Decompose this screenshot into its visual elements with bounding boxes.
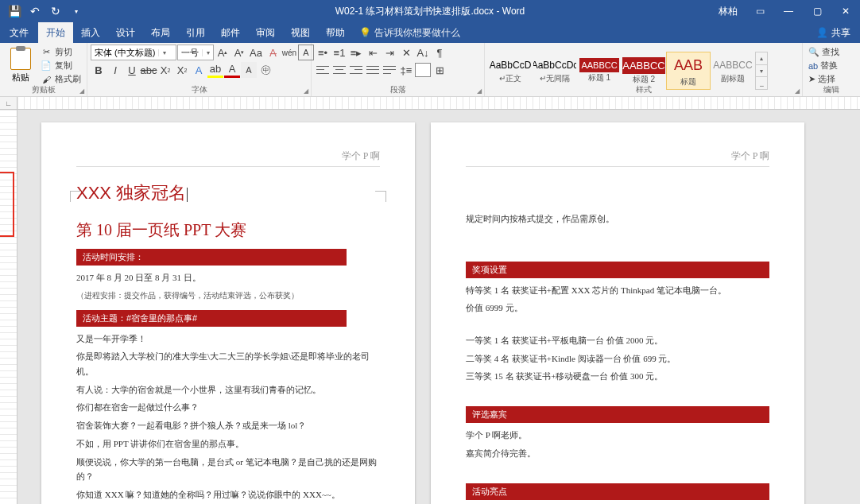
share-button[interactable]: 👤共享 xyxy=(807,22,860,43)
body-text[interactable]: 不如，用 PPT 讲讲你们在宿舍里的那点事。 xyxy=(76,436,380,452)
enclose-char-button[interactable]: ㊥ xyxy=(258,62,273,78)
tell-me-search[interactable]: 💡告诉我你想要做什么 xyxy=(359,26,460,40)
body-text[interactable]: 规定时间内按格式提交，作品需原创。 xyxy=(466,211,769,227)
tab-mailings[interactable]: 邮件 xyxy=(213,22,248,43)
section-bar[interactable]: 活动亮点 xyxy=(466,483,769,500)
copy-button[interactable]: 📄复制 xyxy=(38,59,83,72)
char-shading-button[interactable]: A xyxy=(241,62,257,78)
align-left-button[interactable] xyxy=(315,62,331,78)
user-name[interactable]: 林柏 xyxy=(719,5,738,18)
styles-dialog-launcher[interactable]: ◢ xyxy=(795,87,800,95)
share-icon: 👤 xyxy=(816,27,828,38)
strike-button[interactable]: abc xyxy=(141,62,157,78)
shrink-font-button[interactable]: A▾ xyxy=(231,45,247,60)
paragraph-dialog-launcher[interactable]: ◢ xyxy=(477,87,482,95)
sort-button[interactable]: A↓ xyxy=(415,45,431,60)
underline-button[interactable]: U xyxy=(124,62,140,78)
body-text[interactable]: 嘉宾简介待完善。 xyxy=(466,446,769,461)
align-justify-button[interactable] xyxy=(365,62,381,78)
font-color-button[interactable]: A xyxy=(224,62,240,78)
tab-view[interactable]: 视图 xyxy=(283,22,318,43)
ribbon-options-icon[interactable]: ▭ xyxy=(746,0,774,22)
body-text[interactable]: 三等奖 15 名 获奖证书+移动硬盘一台 价值 300 元。 xyxy=(466,369,769,384)
body-text[interactable]: 学个 P 啊老师。 xyxy=(466,428,769,443)
change-case-button[interactable]: Aa xyxy=(248,45,264,60)
tab-help[interactable]: 帮助 xyxy=(318,22,353,43)
body-text[interactable]: 特等奖 1 名 获奖证书+配置 XXX 芯片的 Thinkpad 笔记本电脑一台… xyxy=(466,283,769,298)
paste-button[interactable]: 粘贴 xyxy=(3,44,38,87)
decrease-indent-button[interactable]: ⇤ xyxy=(365,45,381,60)
grow-font-button[interactable]: A▴ xyxy=(215,45,230,60)
page-header: 学个 P 啊 xyxy=(466,149,769,167)
body-text[interactable]: （进程安排：提交作品，获得编号，活动结束评选，公布获奖） xyxy=(76,289,380,302)
close-button[interactable]: ✕ xyxy=(831,0,860,22)
document-title: W02-1 练习材料策划书快速排版.docx - Word xyxy=(335,5,525,18)
line-spacing-button[interactable]: ‡≡ xyxy=(398,62,414,78)
tab-home[interactable]: 开始 xyxy=(38,22,73,43)
group-label-clipboard: 剪贴板 xyxy=(0,84,87,95)
phonetic-guide-button[interactable]: wén xyxy=(281,45,297,60)
multilevel-button[interactable]: ≡▸ xyxy=(348,45,364,60)
body-text[interactable]: 宿舍装饰大赛？一起看电影？拼个狼人杀？或是来一场 lol？ xyxy=(76,418,380,433)
doc-title-1[interactable]: XXX 独家冠名 xyxy=(76,181,380,205)
font-size-combo[interactable]: 一号▾ xyxy=(177,45,214,60)
subscript-button[interactable]: X2 xyxy=(157,62,173,78)
body-text[interactable]: 你是即将踏入大学校门的准大学生\大二大三的学长学姐\还是即将毕业的老司机。 xyxy=(76,349,380,378)
horizontal-ruler[interactable]: ∟ xyxy=(0,97,860,110)
doc-title-2[interactable]: 第 10 届一页纸 PPT 大赛 xyxy=(76,219,380,241)
text-effects-button[interactable]: A xyxy=(191,62,207,78)
body-text[interactable]: 2017 年 8 月 20 日至 8 月 31 日。 xyxy=(76,270,380,285)
cut-button[interactable]: ✂剪切 xyxy=(38,45,83,59)
section-bar[interactable]: 评选嘉宾 xyxy=(466,406,769,423)
body-text[interactable]: 顺便说说，你大学的第一台电脑，是台式 or 笔记本电脑？是自己挑的还是网购的？ xyxy=(76,455,380,484)
clipboard-dialog-launcher[interactable]: ◢ xyxy=(79,87,84,95)
tab-selector[interactable]: ∟ xyxy=(0,97,17,110)
scissors-icon: ✂ xyxy=(41,47,52,58)
font-family-combo[interactable]: 宋体 (中文标题)▾ xyxy=(91,45,176,60)
align-center-button[interactable] xyxy=(331,62,347,78)
section-bar[interactable]: 活动主题：#宿舍里的那点事# xyxy=(76,310,347,327)
body-text[interactable]: 有人说：大学的宿舍就是一个小世界，这里有我们青春的记忆。 xyxy=(76,382,380,397)
tab-review[interactable]: 审阅 xyxy=(248,22,283,43)
tab-references[interactable]: 引用 xyxy=(178,22,213,43)
section-bar[interactable]: 活动时间安排： xyxy=(76,249,347,266)
qat-customize[interactable]: ▾ xyxy=(67,2,86,21)
minimize-button[interactable]: — xyxy=(774,0,803,22)
group-label-paragraph: 段落 xyxy=(312,84,484,95)
tab-layout[interactable]: 布局 xyxy=(143,22,178,43)
body-text[interactable]: 又是一年开学季！ xyxy=(76,331,380,347)
font-dialog-launcher[interactable]: ◢ xyxy=(304,87,308,95)
body-text[interactable]: 你知道 XXX 嘛？知道她的全称吗？用过嘛？说说你眼中的 XXX~~。 xyxy=(76,487,380,502)
align-right-button[interactable] xyxy=(348,62,364,78)
body-text[interactable]: 一等奖 1 名 获奖证书+平板电脑一台 价值 2000 元。 xyxy=(466,333,769,348)
body-text[interactable]: 你们都在宿舍一起做过什么事？ xyxy=(76,400,380,415)
replace-button[interactable]: ab替换 xyxy=(806,59,840,72)
vertical-ruler[interactable] xyxy=(0,110,17,504)
search-icon: 🔍 xyxy=(808,47,819,57)
align-distribute-button[interactable] xyxy=(382,62,397,78)
maximize-button[interactable]: ▢ xyxy=(803,0,831,22)
borders-button[interactable]: ⊞ xyxy=(432,62,447,78)
undo-button[interactable]: ↶ xyxy=(25,2,45,21)
bold-button[interactable]: B xyxy=(91,62,107,78)
asian-layout-button[interactable]: ✕ xyxy=(398,45,414,60)
show-marks-button[interactable]: ¶ xyxy=(432,45,447,60)
document-canvas[interactable]: 学个 P 啊 XXX 独家冠名 第 10 届一页纸 PPT 大赛 活动时间安排：… xyxy=(17,110,860,504)
bullets-button[interactable]: ≡• xyxy=(315,45,331,60)
body-text[interactable]: 价值 6999 元。 xyxy=(466,300,769,316)
save-button[interactable]: 💾 xyxy=(5,2,24,21)
tab-design[interactable]: 设计 xyxy=(108,22,143,43)
numbering-button[interactable]: ≡1 xyxy=(331,45,347,60)
shading-button[interactable] xyxy=(415,62,431,78)
superscript-button[interactable]: X2 xyxy=(174,62,190,78)
section-bar[interactable]: 奖项设置 xyxy=(466,262,769,278)
italic-button[interactable]: I xyxy=(107,62,123,78)
clear-format-button[interactable]: A̶ xyxy=(265,45,281,60)
find-button[interactable]: 🔍查找 xyxy=(806,45,842,59)
body-text[interactable]: 二等奖 4 名 获奖证书+Kindle 阅读器一台 价值 699 元。 xyxy=(466,351,769,366)
increase-indent-button[interactable]: ⇥ xyxy=(382,45,397,60)
tab-file[interactable]: 文件 xyxy=(0,22,38,43)
redo-button[interactable]: ↻ xyxy=(46,2,65,21)
highlight-button[interactable]: ab xyxy=(207,62,223,78)
tab-insert[interactable]: 插入 xyxy=(73,22,108,43)
